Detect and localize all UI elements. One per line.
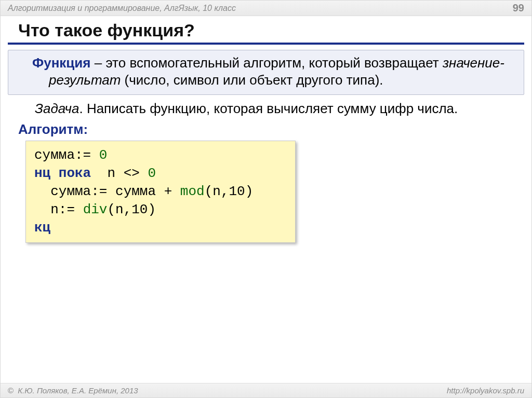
- footer-copy-text: К.Ю. Поляков, Е.А. Ерёмин, 2013: [16, 386, 138, 395]
- task-body: . Написать функцию, которая вычисляет су…: [79, 101, 458, 116]
- code-l4b: div: [83, 202, 108, 217]
- code-l4a: n:=: [34, 202, 83, 217]
- copyright-icon: ©: [8, 386, 14, 395]
- code-box: сумма:= 0 нц пока n <> 0 сумма:= сумма +…: [25, 141, 296, 243]
- definition-term: Функция: [32, 55, 91, 71]
- task-text: Задача. Написать функцию, которая вычисл…: [18, 100, 520, 117]
- task-line: Задача. Написать функцию, которая вычисл…: [18, 100, 520, 117]
- code-l2b: n <>: [91, 166, 148, 181]
- code-l2a: нц пока: [34, 166, 91, 181]
- definition-part1: – это вспомогательный алгоритм, который …: [91, 55, 443, 71]
- code-l3a: сумма:= сумма +: [34, 184, 180, 199]
- algorithm-label: Алгоритм:: [18, 121, 520, 138]
- footer-url: http://kpolyakov.spb.ru: [447, 386, 524, 395]
- code-l4c: (n,10): [107, 202, 156, 217]
- code-l3c: (n,10): [205, 184, 254, 199]
- header-bar: Алгоритмизация и программирование, АлгЯз…: [1, 1, 531, 16]
- code-l2c: 0: [148, 166, 156, 181]
- slide-title: Что такое функция?: [18, 20, 520, 40]
- footer-copyright: © К.Ю. Поляков, Е.А. Ерёмин, 2013: [8, 386, 138, 395]
- slide: Алгоритмизация и программирование, АлгЯз…: [0, 0, 532, 398]
- code-l1b: 0: [91, 147, 107, 163]
- code-l5: кц: [34, 220, 50, 236]
- header-subject: Алгоритмизация и программирование, АлгЯз…: [8, 4, 236, 13]
- task-lead: Задача: [35, 101, 79, 116]
- footer-bar: © К.Ю. Поляков, Е.А. Ерёмин, 2013 http:/…: [1, 383, 531, 397]
- definition-text: Функция – это вспомогательный алгоритм, …: [16, 54, 516, 89]
- page-number: 99: [513, 2, 524, 14]
- code-l1a: сумма:=: [34, 147, 91, 163]
- definition-part2: (число, символ или объект другого типа).: [121, 72, 383, 88]
- title-rule: [8, 43, 524, 45]
- code-l3b: mod: [180, 184, 205, 199]
- definition-box: Функция – это вспомогательный алгоритм, …: [8, 50, 524, 95]
